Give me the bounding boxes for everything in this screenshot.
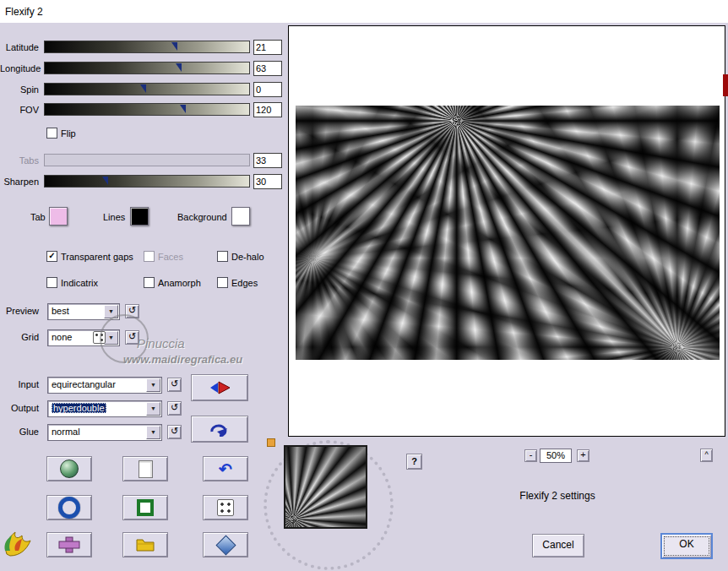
scroll-up-button[interactable]: ^ xyxy=(700,449,713,462)
chevron-down-icon[interactable]: ▼ xyxy=(104,331,118,345)
anamorph-checkbox[interactable] xyxy=(144,277,155,288)
input-projection-button[interactable] xyxy=(191,374,248,401)
output-dropdown[interactable]: hyperdouble ▼ xyxy=(47,400,162,417)
fov-row: FOV xyxy=(0,102,284,119)
spin-value[interactable] xyxy=(253,82,282,97)
spin-slider-thumb[interactable] xyxy=(140,84,146,93)
gem-button[interactable] xyxy=(203,532,248,557)
chevron-down-icon[interactable]: ▼ xyxy=(146,378,160,392)
latitude-slider-thumb[interactable] xyxy=(171,42,177,51)
flame-icon[interactable] xyxy=(2,529,34,557)
chevron-down-icon[interactable]: ▼ xyxy=(146,402,160,416)
sphere-button[interactable] xyxy=(46,456,92,481)
edges-label: Edges xyxy=(231,278,258,288)
sharpen-slider[interactable] xyxy=(44,175,250,188)
sharpen-slider-thumb[interactable] xyxy=(102,177,108,185)
grid-label: Grid xyxy=(0,332,39,342)
longitude-slider[interactable] xyxy=(44,62,250,74)
input-reset-button[interactable]: ↺ xyxy=(167,378,182,392)
spin-row: Spin xyxy=(0,82,284,99)
output-label: Output xyxy=(0,403,39,413)
fov-slider-thumb[interactable] xyxy=(180,105,186,113)
cancel-button[interactable]: Cancel xyxy=(532,534,584,557)
faces-checkbox xyxy=(144,251,155,262)
preview-reset-button[interactable]: ↺ xyxy=(125,304,139,318)
undo-icon: ↶ xyxy=(219,461,232,477)
fov-value[interactable] xyxy=(253,102,282,117)
longitude-slider-thumb[interactable] xyxy=(176,63,182,72)
glue-label: Glue xyxy=(0,427,39,437)
indicatrix-checkbox[interactable] xyxy=(46,277,57,288)
page-icon xyxy=(139,460,153,478)
load-settings-button[interactable] xyxy=(122,532,168,557)
lines-color-swatch[interactable] xyxy=(130,207,149,226)
glue-reset-button[interactable]: ↺ xyxy=(167,425,182,439)
transparent-gaps-checkbox[interactable]: ✓ xyxy=(46,251,57,262)
tabs-label: Tabs xyxy=(0,155,39,166)
zoom-in-button[interactable]: + xyxy=(577,449,589,462)
random-button[interactable] xyxy=(203,495,248,520)
preview-panel xyxy=(288,25,725,437)
grid-dropdown[interactable]: none ▼ xyxy=(47,329,120,346)
output-reset-button[interactable]: ↺ xyxy=(167,401,182,416)
latitude-value[interactable] xyxy=(253,40,282,55)
ring-handle[interactable] xyxy=(267,438,275,447)
de-halo-label: De-halo xyxy=(231,252,264,262)
grid-dice-icon[interactable] xyxy=(93,331,106,344)
background-swatch-label: Background xyxy=(177,212,227,222)
preview-dropdown-value: best xyxy=(52,306,69,316)
sharpen-value[interactable] xyxy=(253,174,282,189)
diamond-icon xyxy=(215,535,236,555)
preview-thumbnail[interactable] xyxy=(284,445,367,529)
background-color-swatch[interactable] xyxy=(231,207,250,226)
edge-marker xyxy=(723,74,728,96)
pinwheel-icon xyxy=(208,380,231,395)
sharpen-label: Sharpen xyxy=(0,177,39,187)
lines-swatch-label: Lines xyxy=(103,212,125,222)
tabs-value[interactable] xyxy=(253,153,282,168)
ring-icon xyxy=(58,497,80,519)
glue-dropdown[interactable]: normal ▼ xyxy=(47,424,162,441)
help-button[interactable]: ? xyxy=(406,454,422,470)
input-dropdown[interactable]: equirectangular ▼ xyxy=(47,377,162,394)
ok-button[interactable]: OK xyxy=(660,533,713,559)
longitude-label: Longitude xyxy=(0,63,39,73)
latitude-row: Latitude xyxy=(0,40,284,57)
zoom-level: 50% xyxy=(540,449,572,463)
page-title: Flexify 2 xyxy=(5,6,43,18)
latitude-label: Latitude xyxy=(0,42,39,52)
globe-icon xyxy=(60,460,79,478)
latitude-slider[interactable] xyxy=(44,41,250,53)
preview-image xyxy=(296,106,720,360)
de-halo-checkbox[interactable] xyxy=(217,251,228,262)
fov-label: FOV xyxy=(0,105,39,115)
output-dropdown-value: hyperdouble xyxy=(52,403,106,413)
longitude-value[interactable] xyxy=(253,61,282,76)
zoom-out-button[interactable]: - xyxy=(524,449,537,462)
new-page-button[interactable] xyxy=(122,456,168,481)
glue-mode-button[interactable] xyxy=(191,416,248,443)
chevron-down-icon[interactable]: ▼ xyxy=(146,426,160,439)
grid-reset-button[interactable]: ↺ xyxy=(125,330,139,345)
preview-dropdown[interactable]: best ▼ xyxy=(47,303,120,320)
chevron-down-icon[interactable]: ▼ xyxy=(104,305,118,318)
tab-swatch-label: Tab xyxy=(30,212,46,222)
glue-dropdown-value: normal xyxy=(52,427,80,437)
indicatrix-label: Indicatrix xyxy=(61,278,98,288)
watermark-url: www.maidiregrafica.eu xyxy=(123,353,242,366)
undo-button[interactable]: ↶ xyxy=(203,456,248,481)
ring-button[interactable] xyxy=(46,495,92,520)
folder-icon xyxy=(135,537,155,552)
spin-label: Spin xyxy=(0,84,39,95)
tabs-row: Tabs xyxy=(0,153,284,170)
flip-checkbox[interactable] xyxy=(46,128,57,139)
plus-shape-button[interactable] xyxy=(46,532,92,557)
edges-checkbox[interactable] xyxy=(217,277,228,288)
tab-color-swatch[interactable] xyxy=(49,207,68,226)
spin-slider[interactable] xyxy=(44,83,250,95)
fov-slider[interactable] xyxy=(44,103,250,116)
longitude-row: Longitude xyxy=(0,61,284,78)
faces-label: Faces xyxy=(158,252,183,262)
frame-button[interactable] xyxy=(122,495,168,520)
watermark-name: Pinuccia xyxy=(137,336,185,351)
